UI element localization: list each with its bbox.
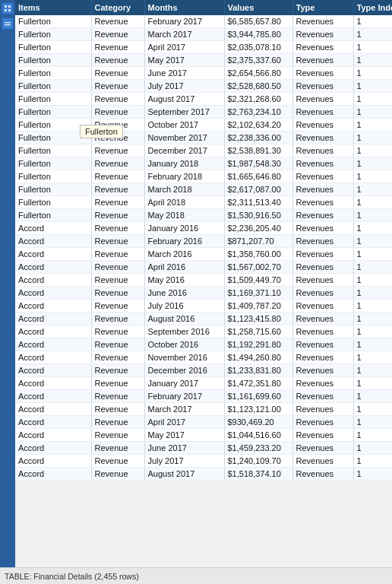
- table-cell: Accord: [15, 325, 91, 338]
- table-row[interactable]: AccordRevenueJune 2017$1,459,233.20Reven…: [15, 442, 392, 455]
- table-cell: Revenue: [91, 351, 144, 364]
- table-row[interactable]: AccordRevenueNovember 2016$1,494,260.80R…: [15, 351, 392, 364]
- table-row[interactable]: FullertonRevenueNovember 2017$2,238,336.…: [15, 132, 392, 144]
- table-row[interactable]: FullertonRevenueAugust 2017$2,321,268.60…: [15, 93, 392, 106]
- left-panel: [0, 0, 15, 567]
- table-cell: December 2016: [144, 364, 224, 377]
- table-cell: February 2017: [144, 15, 224, 28]
- table-cell: Fullerton: [15, 209, 91, 222]
- table-cell: Revenues: [292, 93, 353, 106]
- header-typeindex[interactable]: Type Index: [353, 0, 392, 15]
- table-row[interactable]: FullertonRevenueMarch 2017$3,944,785.80R…: [15, 28, 392, 41]
- table-cell: Revenue: [91, 261, 144, 274]
- table-row[interactable]: AccordRevenueJanuary 2017$1,472,351.80Re…: [15, 377, 392, 390]
- table-row[interactable]: FullertonRevenueJanuary 2018$1,987,548.3…: [15, 157, 392, 170]
- table-cell: Fullerton: [15, 196, 91, 209]
- panel-icon-2[interactable]: [2, 18, 13, 29]
- table-cell: 1: [353, 41, 392, 54]
- table-row[interactable]: FullertonRevenueMarch 2018$2,617,087.00R…: [15, 183, 392, 196]
- table-row[interactable]: FullertonRevenueMay 2018$1,530,916.50Rev…: [15, 209, 392, 222]
- table-cell: $2,102,634.20: [224, 119, 292, 132]
- table-row[interactable]: FullertonRevenueOctober 2017$2,102,634.2…: [15, 119, 392, 132]
- header-months[interactable]: Months: [144, 0, 224, 15]
- table-row[interactable]: FullertonRevenueFebruary 2017$6,585,657.…: [15, 15, 392, 28]
- table-cell: $2,528,680.50: [224, 80, 292, 93]
- table-row[interactable]: FullertonRevenueDecember 2017$2,538,891.…: [15, 144, 392, 157]
- table-cell: $1,987,548.30: [224, 157, 292, 170]
- table-row[interactable]: AccordRevenueMay 2017$1,044,516.60Revenu…: [15, 429, 392, 442]
- table-row[interactable]: AccordRevenueFebruary 2017$1,161,699.60R…: [15, 390, 392, 403]
- table-row[interactable]: AccordRevenueJuly 2016$1,409,787.20Reven…: [15, 300, 392, 313]
- table-cell: Revenue: [91, 54, 144, 67]
- table-cell: 1: [353, 157, 392, 170]
- table-row[interactable]: AccordRevenueApril 2017$930,469.20Revenu…: [15, 416, 392, 429]
- table-cell: Accord: [15, 403, 91, 416]
- table-cell: Accord: [15, 313, 91, 325]
- table-row[interactable]: FullertonRevenueMay 2017$2,375,337.60Rev…: [15, 54, 392, 67]
- table-cell: $2,654,566.80: [224, 67, 292, 80]
- header-values[interactable]: Values: [224, 0, 292, 15]
- status-text: TABLE: Financial Details (2,455 rows): [5, 572, 139, 581]
- table-row[interactable]: AccordRevenueOctober 2016$1,192,291.80Re…: [15, 338, 392, 351]
- table-cell: Revenues: [292, 338, 353, 351]
- table-row[interactable]: AccordRevenueDecember 2016$1,233,831.80R…: [15, 364, 392, 377]
- table-cell: Revenue: [91, 287, 144, 300]
- table-row[interactable]: FullertonRevenueFebruary 2018$1,665,646.…: [15, 170, 392, 183]
- table-container[interactable]: Fullerton Items Category Months Values T…: [15, 0, 392, 481]
- table-cell: Accord: [15, 287, 91, 300]
- table-row[interactable]: AccordRevenueSeptember 2016$1,258,715.60…: [15, 325, 392, 338]
- table-cell: $2,375,337.60: [224, 54, 292, 67]
- table-row[interactable]: AccordRevenueMay 2016$1,509,449.70Revenu…: [15, 274, 392, 287]
- table-row[interactable]: AccordRevenueAugust 2017$1,518,374.10Rev…: [15, 468, 392, 481]
- table-cell: Revenues: [292, 222, 353, 235]
- table-cell: Revenue: [91, 170, 144, 183]
- table-row[interactable]: AccordRevenueApril 2016$1,567,002.70Reve…: [15, 261, 392, 274]
- table-cell: Revenue: [91, 274, 144, 287]
- table-row[interactable]: AccordRevenueJuly 2017$1,240,109.70Reven…: [15, 455, 392, 468]
- table-cell: June 2017: [144, 442, 224, 455]
- header-items[interactable]: Items: [15, 0, 91, 15]
- table-cell: Revenues: [292, 132, 353, 144]
- table-cell: $1,530,916.50: [224, 209, 292, 222]
- table-cell: Revenue: [91, 106, 144, 119]
- table-cell: Fullerton: [15, 119, 91, 132]
- table-row[interactable]: AccordRevenueMarch 2016$1,358,760.00Reve…: [15, 248, 392, 261]
- panel-icon-1[interactable]: [2, 3, 13, 14]
- table-cell: May 2017: [144, 54, 224, 67]
- table-cell: Fullerton: [15, 15, 91, 28]
- header-category[interactable]: Category: [91, 0, 144, 15]
- table-row[interactable]: FullertonRevenueJune 2017$2,654,566.80Re…: [15, 67, 392, 80]
- table-row[interactable]: FullertonRevenueApril 2017$2,035,078.10R…: [15, 41, 392, 54]
- table-cell: January 2016: [144, 222, 224, 235]
- table-cell: $871,207.70: [224, 235, 292, 248]
- table-row[interactable]: FullertonRevenueSeptember 2017$2,763,234…: [15, 106, 392, 119]
- table-cell: $2,035,078.10: [224, 41, 292, 54]
- table-cell: $1,472,351.80: [224, 377, 292, 390]
- table-cell: Revenue: [91, 390, 144, 403]
- table-cell: Revenues: [292, 351, 353, 364]
- table-cell: Revenue: [91, 429, 144, 442]
- table-row[interactable]: AccordRevenueFebruary 2016$871,207.70Rev…: [15, 235, 392, 248]
- table-cell: September 2016: [144, 325, 224, 338]
- table-row[interactable]: FullertonRevenueApril 2018$2,311,513.40R…: [15, 196, 392, 209]
- table-cell: 1: [353, 364, 392, 377]
- table-row[interactable]: FullertonRevenueJuly 2017$2,528,680.50Re…: [15, 80, 392, 93]
- table-cell: Revenues: [292, 313, 353, 325]
- table-cell: January 2018: [144, 157, 224, 170]
- header-type[interactable]: Type: [292, 0, 353, 15]
- table-cell: July 2017: [144, 80, 224, 93]
- table-row[interactable]: AccordRevenueJune 2016$1,169,371.10Reven…: [15, 287, 392, 300]
- table-cell: 1: [353, 261, 392, 274]
- table-cell: 1: [353, 468, 392, 481]
- table-cell: June 2016: [144, 287, 224, 300]
- table-cell: $2,236,205.40: [224, 222, 292, 235]
- main-area: Fullerton Items Category Months Values T…: [0, 0, 392, 567]
- table-row[interactable]: AccordRevenueJanuary 2016$2,236,205.40Re…: [15, 222, 392, 235]
- table-row[interactable]: AccordRevenueAugust 2016$1,123,415.80Rev…: [15, 313, 392, 325]
- table-cell: Revenues: [292, 15, 353, 28]
- table-cell: Revenue: [91, 15, 144, 28]
- table-cell: Fullerton: [15, 132, 91, 144]
- table-cell: May 2017: [144, 429, 224, 442]
- table-cell: Revenues: [292, 442, 353, 455]
- table-row[interactable]: AccordRevenueMarch 2017$1,123,121.00Reve…: [15, 403, 392, 416]
